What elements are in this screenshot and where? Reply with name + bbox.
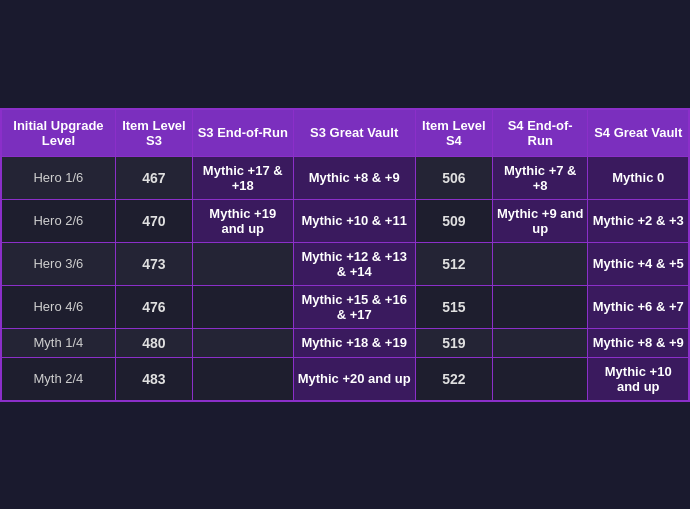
table-cell: 483 xyxy=(115,357,192,401)
header-s4-end-of-run: S4 End-of-Run xyxy=(492,109,587,157)
table-cell: Mythic +8 & +9 xyxy=(293,156,415,199)
table-cell: Hero 4/6 xyxy=(1,285,115,328)
table-cell: Mythic +10 & +11 xyxy=(293,199,415,242)
table-cell xyxy=(492,357,587,401)
table-cell: 519 xyxy=(415,328,492,357)
table-cell: 480 xyxy=(115,328,192,357)
table-cell xyxy=(492,328,587,357)
table-cell: Myth 1/4 xyxy=(1,328,115,357)
table-cell: Mythic +8 & +9 xyxy=(588,328,689,357)
header-s3-end-of-run: S3 End-of-Run xyxy=(193,109,294,157)
table-cell: Mythic +12 & +13 & +14 xyxy=(293,242,415,285)
table-cell: 476 xyxy=(115,285,192,328)
table-cell xyxy=(193,357,294,401)
table-cell: Mythic +2 & +3 xyxy=(588,199,689,242)
table-cell: Mythic +9 and up xyxy=(492,199,587,242)
table-cell xyxy=(193,285,294,328)
table-cell: Mythic +15 & +16 & +17 xyxy=(293,285,415,328)
table-cell xyxy=(492,242,587,285)
header-s3-great-vault: S3 Great Vault xyxy=(293,109,415,157)
table-cell xyxy=(492,285,587,328)
table-cell: 473 xyxy=(115,242,192,285)
table-cell: Mythic +7 & +8 xyxy=(492,156,587,199)
table-row: Hero 3/6473Mythic +12 & +13 & +14512Myth… xyxy=(1,242,689,285)
table-cell xyxy=(193,328,294,357)
table-cell: 467 xyxy=(115,156,192,199)
table-cell xyxy=(193,242,294,285)
table-cell: 515 xyxy=(415,285,492,328)
table-cell: Mythic +6 & +7 xyxy=(588,285,689,328)
header-upgrade-level: Initial Upgrade Level xyxy=(1,109,115,157)
table-row: Hero 2/6470Mythic +19 and upMythic +10 &… xyxy=(1,199,689,242)
table-cell: Hero 2/6 xyxy=(1,199,115,242)
table-cell: Mythic +18 & +19 xyxy=(293,328,415,357)
table-cell: 522 xyxy=(415,357,492,401)
table-cell: Mythic +10 and up xyxy=(588,357,689,401)
upgrade-table: Initial Upgrade Level Item Level S3 S3 E… xyxy=(0,108,690,402)
table-cell: Mythic +17 & +18 xyxy=(193,156,294,199)
table-cell: Myth 2/4 xyxy=(1,357,115,401)
table-cell: Mythic +4 & +5 xyxy=(588,242,689,285)
table-cell: 509 xyxy=(415,199,492,242)
header-s4-great-vault: S4 Great Vault xyxy=(588,109,689,157)
table-cell: Hero 3/6 xyxy=(1,242,115,285)
table-row: Myth 2/4483Mythic +20 and up522Mythic +1… xyxy=(1,357,689,401)
table-cell: 512 xyxy=(415,242,492,285)
table-cell: Mythic 0 xyxy=(588,156,689,199)
table-cell: Hero 1/6 xyxy=(1,156,115,199)
table-row: Myth 1/4480Mythic +18 & +19519Mythic +8 … xyxy=(1,328,689,357)
header-item-level-s4: Item Level S4 xyxy=(415,109,492,157)
header-item-level-s3: Item Level S3 xyxy=(115,109,192,157)
table-cell: Mythic +19 and up xyxy=(193,199,294,242)
header-row: Initial Upgrade Level Item Level S3 S3 E… xyxy=(1,109,689,157)
table-row: Hero 1/6467Mythic +17 & +18Mythic +8 & +… xyxy=(1,156,689,199)
table-cell: 470 xyxy=(115,199,192,242)
table-wrapper: Initial Upgrade Level Item Level S3 S3 E… xyxy=(0,108,690,402)
table-cell: Mythic +20 and up xyxy=(293,357,415,401)
table-row: Hero 4/6476Mythic +15 & +16 & +17515Myth… xyxy=(1,285,689,328)
table-cell: 506 xyxy=(415,156,492,199)
